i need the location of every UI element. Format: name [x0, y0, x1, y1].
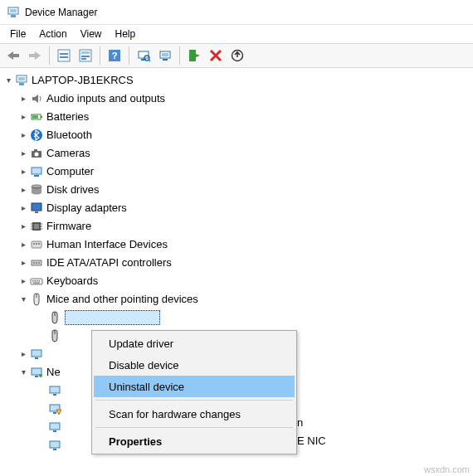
tree-category-hid[interactable]: ▸ Human Interface Devices [3, 236, 473, 254]
ctx-disable-device[interactable]: Disable device [94, 354, 295, 376]
expand-icon[interactable]: ▸ [18, 163, 28, 181]
display-icon [29, 201, 44, 216]
expand-icon[interactable]: ▸ [18, 144, 28, 163]
svg-rect-64 [32, 350, 41, 357]
tree-category-audio[interactable]: ▸ Audio inputs and outputs [3, 90, 473, 108]
svg-rect-58 [37, 280, 38, 282]
svg-rect-73 [50, 423, 60, 430]
window-title: Device Manager [25, 7, 97, 18]
network-icon [29, 365, 44, 380]
category-label: IDE ATA/ATAPI controllers [46, 254, 172, 272]
menu-view[interactable]: View [74, 26, 109, 42]
expand-icon[interactable]: ▸ [18, 90, 28, 108]
menu-action[interactable]: Action [32, 26, 73, 42]
svg-rect-67 [35, 376, 38, 377]
tree-category-firmware[interactable]: ▸ Firmware [3, 217, 473, 236]
svg-rect-34 [34, 175, 39, 177]
tree-category-bluetooth[interactable]: ▸ Bluetooth [3, 126, 473, 144]
svg-rect-65 [35, 357, 38, 359]
svg-line-17 [149, 60, 150, 61]
root-label: LAPTOP-JB1EKRCS [32, 71, 134, 90]
tree-category-mice[interactable]: ▾ Mice and other pointing devices [3, 290, 473, 308]
expand-icon[interactable]: ▸ [18, 272, 28, 290]
svg-rect-20 [162, 53, 168, 56]
network-adapter-warn-icon [47, 401, 62, 416]
expand-icon[interactable]: ▸ [18, 199, 28, 217]
mouse-icon [47, 328, 62, 343]
expand-icon[interactable]: ▸ [18, 126, 28, 144]
uninstall-device-button[interactable] [206, 46, 226, 66]
expand-icon[interactable]: ▸ [18, 254, 28, 272]
collapse-icon[interactable]: ▾ [3, 71, 13, 90]
battery-icon [29, 109, 44, 124]
firmware-icon [29, 219, 44, 234]
expand-icon[interactable]: ▸ [18, 236, 28, 254]
watermark: wsxdn.com [424, 464, 470, 474]
expand-icon[interactable]: ▸ [18, 345, 28, 363]
svg-rect-5 [58, 50, 70, 61]
update-driver-button[interactable] [227, 46, 247, 66]
tree-category-batteries[interactable]: ▸ Batteries [3, 108, 473, 126]
help-button[interactable]: ? [105, 46, 124, 66]
disk-icon [29, 182, 44, 197]
computer-icon [29, 164, 44, 179]
monitor-icon [29, 347, 44, 362]
svg-rect-40 [34, 224, 39, 229]
tree-category-computer[interactable]: ▸ Computer [3, 163, 473, 181]
expand-icon[interactable]: ▸ [18, 108, 28, 126]
svg-rect-37 [32, 203, 41, 211]
collapse-icon[interactable]: ▾ [18, 290, 28, 308]
svg-rect-33 [32, 168, 41, 174]
hid-icon [29, 237, 44, 252]
tree-device-mouse-1[interactable] [3, 308, 473, 327]
menu-help[interactable]: Help [109, 26, 143, 42]
expand-icon[interactable]: ▸ [18, 217, 28, 236]
back-button[interactable] [3, 46, 23, 66]
ctx-update-driver[interactable]: Update driver [94, 333, 295, 354]
network-adapter-icon [47, 438, 62, 453]
svg-rect-1 [10, 9, 17, 12]
svg-rect-28 [32, 115, 38, 119]
ide-icon [29, 255, 44, 270]
show-hidden-button[interactable] [155, 46, 175, 66]
expand-icon[interactable]: ▸ [18, 181, 28, 199]
camera-icon [29, 146, 44, 161]
tree-category-display[interactable]: ▸ Display adapters [3, 199, 473, 217]
toolbar-separator [179, 46, 180, 65]
ctx-scan-hardware[interactable]: Scan for hardware changes [94, 403, 295, 425]
menu-file[interactable]: File [3, 26, 32, 42]
tree-category-disk[interactable]: ▸ Disk drives [3, 181, 473, 199]
svg-rect-19 [163, 59, 168, 61]
svg-point-52 [33, 262, 35, 264]
ctx-separator [95, 427, 293, 428]
ctx-uninstall-device[interactable]: Uninstall device [94, 376, 295, 397]
toolbar: ? [0, 43, 473, 68]
category-label: Disk drives [46, 181, 100, 199]
svg-rect-21 [189, 50, 196, 61]
svg-rect-25 [19, 83, 24, 85]
svg-rect-14 [139, 51, 149, 58]
svg-rect-38 [35, 211, 38, 213]
tree-category-keyboards[interactable]: ▸ Keyboards [3, 272, 473, 290]
show-hide-tree-button[interactable] [54, 46, 74, 66]
forward-button[interactable] [25, 46, 45, 66]
tree-category-ide[interactable]: ▸ IDE ATA/ATAPI controllers [3, 254, 473, 272]
svg-rect-50 [38, 243, 40, 245]
net-suffix-2: E NIC [297, 435, 326, 447]
tree-category-cameras[interactable]: ▸ Cameras [3, 144, 473, 163]
computer-icon [14, 73, 29, 88]
svg-rect-24 [18, 77, 25, 80]
svg-rect-70 [53, 394, 56, 396]
scan-hardware-button[interactable] [134, 46, 154, 66]
svg-rect-11 [81, 58, 86, 60]
ctx-properties[interactable]: Properties [94, 430, 295, 452]
svg-rect-4 [29, 54, 35, 57]
svg-point-31 [35, 153, 39, 157]
svg-rect-76 [53, 449, 56, 450]
collapse-icon[interactable]: ▾ [18, 363, 28, 381]
tree-root[interactable]: ▾ LAPTOP-JB1EKRCS [3, 71, 473, 90]
enable-device-button[interactable] [184, 46, 204, 66]
properties-button[interactable] [76, 46, 95, 66]
mouse-icon [47, 310, 62, 325]
menubar: File Action View Help [0, 25, 473, 43]
